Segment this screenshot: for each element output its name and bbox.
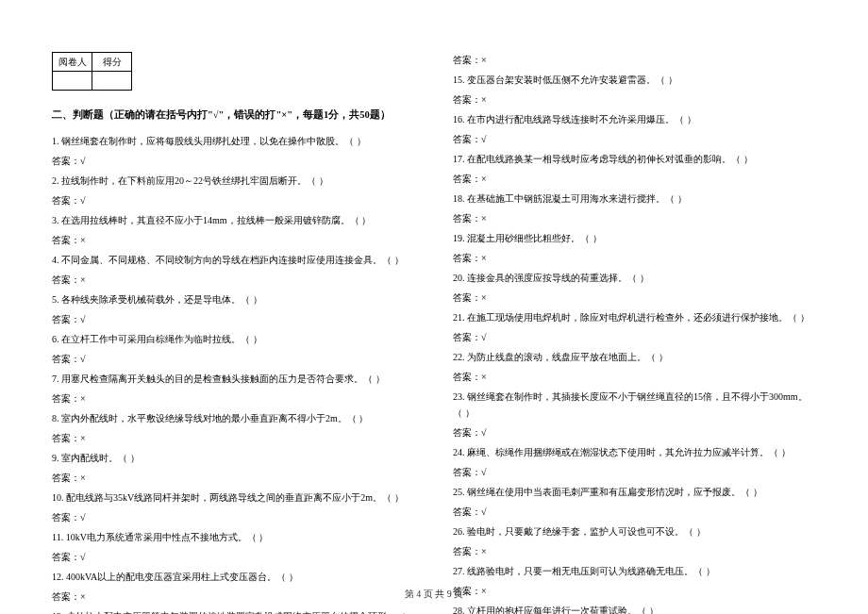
- answer-text: 答案：√: [52, 311, 415, 327]
- question-text: 2. 拉线制作时，在下料前应用20～22号铁丝绑扎牢固后断开。（ ）: [52, 173, 415, 189]
- question-text: 7. 用塞尺检查隔离开关触头的目的是检查触头接触面的压力是否符合要求。（ ）: [52, 371, 415, 387]
- answer-text: 答案：×: [52, 430, 415, 446]
- score-table-grader-header: 阅卷人: [53, 53, 92, 72]
- question-text: 15. 变压器台架安装时低压侧不允许安装避雷器。（ ）: [453, 72, 816, 88]
- page-number: 第 4 页 共 9 页: [0, 588, 868, 601]
- question-text: 8. 室内外配线时，水平敷设绝缘导线对地的最小垂直距离不得小于2m。（ ）: [52, 410, 415, 426]
- question-text: 13. 户外柱上配电变压器等电气装置的接地装置宜敷设成围绕变压器台的闭合环形。（…: [52, 608, 415, 614]
- answer-text: 答案：×: [453, 91, 816, 108]
- answer-text: 答案：×: [453, 171, 816, 187]
- question-text: 24. 麻绳、棕绳作用捆绑绳或在潮湿状态下使用时，其允许拉力应减半计算。（ ）: [453, 444, 816, 460]
- answer-text: 答案：×: [453, 52, 816, 68]
- question-text: 27. 线路验电时，只要一相无电压则可认为线路确无电压。（ ）: [453, 563, 816, 579]
- answer-text: 答案：√: [52, 351, 415, 367]
- question-text: 9. 室内配线时。（ ）: [52, 450, 415, 466]
- question-text: 4. 不同金属、不同规格、不同绞制方向的导线在档距内连接时应使用连接金具。（ ）: [52, 252, 415, 268]
- question-text: 1. 钢丝绳套在制作时，应将每股线头用绑扎处理，以免在操作中散股。（ ）: [52, 133, 415, 149]
- question-text: 5. 各种线夹除承受机械荷载外，还是导电体。（ ）: [52, 291, 415, 307]
- question-text: 11. 10kV电力系统通常采用中性点不接地方式。（ ）: [52, 529, 415, 545]
- question-text: 12. 400kVA以上的配电变压器宜采用柱上式变压器台。（ ）: [52, 569, 415, 585]
- answer-text: 答案：×: [453, 543, 816, 559]
- right-question-list: 答案：×15. 变压器台架安装时低压侧不允许安装避雷器。（ ）答案：×16. 在…: [453, 52, 816, 614]
- question-text: 26. 验电时，只要戴了绝缘手套，监护人可设也可不设。（ ）: [453, 523, 816, 539]
- answer-text: 答案：×: [453, 210, 816, 226]
- question-text: 21. 在施工现场使用电焊机时，除应对电焊机进行检查外，还必须进行保护接地。（ …: [453, 309, 816, 325]
- score-table-score-header: 得分: [92, 53, 132, 72]
- question-text: 6. 在立杆工作中可采用白棕绳作为临时拉线。（ ）: [52, 331, 415, 347]
- answer-text: 答案：×: [52, 390, 415, 407]
- answer-text: 答案：√: [52, 192, 415, 208]
- question-text: 25. 钢丝绳在使用中当表面毛刺严重和有压扁变形情况时，应予报废。（ ）: [453, 484, 816, 500]
- question-text: 16. 在市内进行配电线路导线连接时不允许采用爆压。（ ）: [453, 111, 816, 127]
- score-table-score-cell: [92, 72, 132, 91]
- answer-text: 答案：×: [52, 470, 415, 486]
- answer-text: 答案：√: [52, 509, 415, 525]
- section-title: 二、判断题（正确的请在括号内打"√"，错误的打"×"，每题1分，共50题）: [52, 108, 415, 124]
- score-table: 阅卷人 得分: [52, 52, 132, 91]
- answer-text: 答案：√: [453, 131, 816, 147]
- answer-text: 答案：×: [52, 232, 415, 248]
- question-text: 19. 混凝土用砂细些比粗些好。（ ）: [453, 230, 816, 246]
- question-text: 10. 配电线路与35kV线路同杆并架时，两线路导线之间的垂直距离不应小于2m。…: [52, 490, 415, 506]
- answer-text: 答案：√: [52, 549, 415, 565]
- question-text: 22. 为防止线盘的滚动，线盘应平放在地面上。（ ）: [453, 349, 816, 365]
- question-text: 28. 立杆用的抱杆应每年进行一次荷重试验。（ ）: [453, 603, 816, 614]
- answer-text: 答案：×: [453, 250, 816, 266]
- answer-text: 答案：×: [52, 272, 415, 288]
- score-table-grader-cell: [53, 72, 92, 91]
- answer-text: 答案：√: [453, 504, 816, 520]
- left-question-list: 1. 钢丝绳套在制作时，应将每股线头用绑扎处理，以免在操作中散股。（ ）答案：√…: [52, 133, 415, 614]
- answer-text: 答案：×: [453, 369, 816, 385]
- answer-text: 答案：×: [453, 290, 816, 306]
- question-text: 3. 在选用拉线棒时，其直径不应小于14mm，拉线棒一般采用镀锌防腐。（ ）: [52, 212, 415, 228]
- answer-text: 答案：√: [453, 464, 816, 480]
- question-text: 23. 钢丝绳套在制作时，其插接长度应不小于钢丝绳直径的15倍，且不得小于300…: [453, 389, 816, 421]
- answer-text: 答案：√: [453, 424, 816, 440]
- question-text: 17. 在配电线路换某一相导线时应考虑导线的初伸长对弧垂的影响。（ ）: [453, 151, 816, 167]
- answer-text: 答案：√: [453, 329, 816, 345]
- question-text: 20. 连接金具的强度应按导线的荷重选择。（ ）: [453, 270, 816, 286]
- answer-text: 答案：√: [52, 153, 415, 169]
- question-text: 18. 在基础施工中钢筋混凝土可用海水来进行搅拌。（ ）: [453, 191, 816, 207]
